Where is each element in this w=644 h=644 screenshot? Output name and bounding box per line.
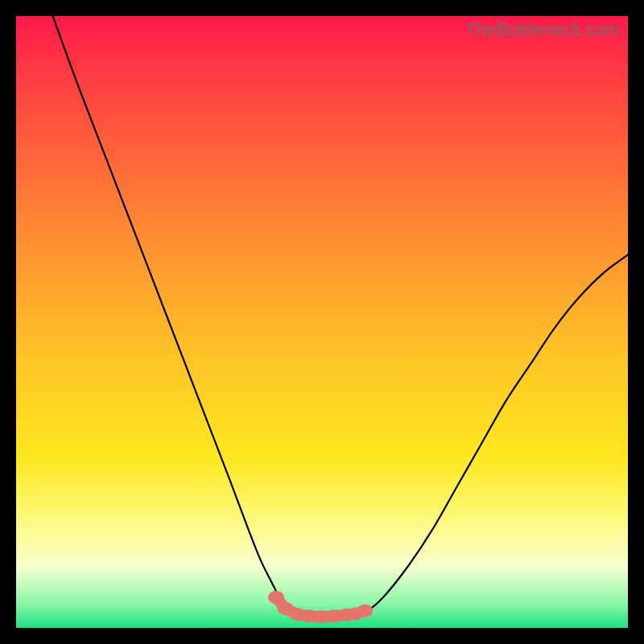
chart-frame: TheBottleneck.com [0,0,644,644]
curve-layer [16,16,628,628]
plot-area: TheBottleneck.com [16,16,628,628]
watermark-text: TheBottleneck.com [465,19,620,40]
bottleneck-curve [53,16,628,617]
trough-marker [357,605,373,617]
trough-marker [268,591,284,604]
trough-markers [268,591,373,623]
